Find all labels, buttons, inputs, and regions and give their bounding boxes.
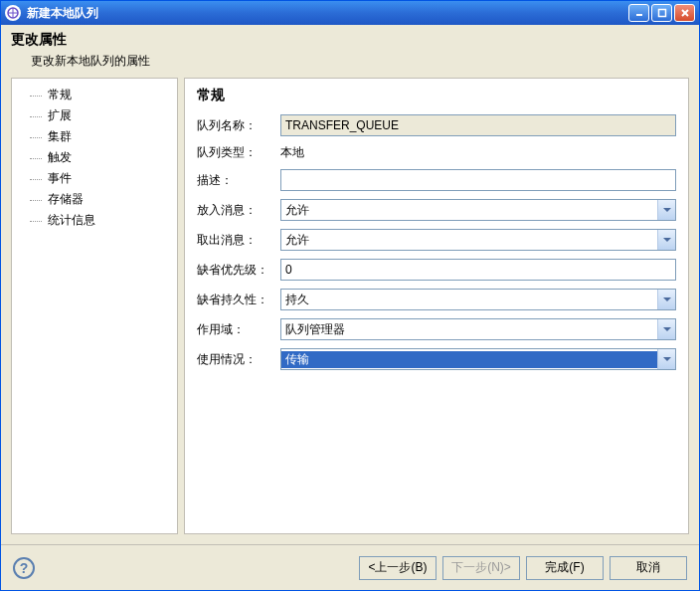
help-icon[interactable]: ?: [13, 557, 35, 579]
section-title: 常规: [197, 87, 676, 104]
label-get-messages: 取出消息：: [197, 232, 280, 249]
queue-name-field: [280, 114, 676, 136]
label-queue-type: 队列类型：: [197, 144, 280, 161]
get-messages-combo[interactable]: 允许: [280, 229, 676, 251]
label-usage: 使用情况：: [197, 351, 280, 368]
chevron-down-icon: [657, 319, 675, 339]
svg-rect-4: [658, 10, 665, 17]
dialog-window: 新建本地队列 更改属性 更改新本地队列的属性 常规扩展集群触发事件存储器统计信息…: [0, 0, 700, 591]
maximize-button[interactable]: [651, 4, 672, 22]
minimize-button[interactable]: [628, 4, 649, 22]
default-persistence-combo[interactable]: 持久: [280, 289, 676, 310]
close-button[interactable]: [674, 4, 695, 22]
label-put-messages: 放入消息：: [197, 202, 280, 219]
get-messages-value: 允许: [281, 232, 657, 249]
svg-marker-10: [663, 327, 671, 331]
label-scope: 作用域：: [197, 321, 280, 338]
label-queue-name: 队列名称：: [197, 117, 280, 134]
label-default-priority: 缺省优先级：: [197, 262, 280, 279]
titlebar: 新建本地队列: [1, 1, 699, 25]
window-controls: [628, 4, 695, 22]
page-subtitle: 更改新本地队列的属性: [31, 53, 689, 70]
usage-value: 传输: [281, 351, 657, 368]
category-tree: 常规扩展集群触发事件存储器统计信息: [11, 78, 178, 534]
description-field[interactable]: [280, 169, 676, 191]
usage-combo[interactable]: 传输: [280, 348, 676, 370]
queue-type-value: 本地: [280, 145, 304, 159]
finish-button[interactable]: 完成(F): [526, 556, 604, 580]
scope-combo[interactable]: 队列管理器: [280, 318, 676, 340]
window-title: 新建本地队列: [27, 5, 628, 22]
label-description: 描述：: [197, 172, 280, 189]
wizard-footer: ? <上一步(B) 下一步(N)> 完成(F) 取消: [1, 544, 699, 590]
sidebar-item[interactable]: 统计信息: [12, 210, 177, 231]
next-button: 下一步(N)>: [442, 556, 520, 580]
sidebar-item[interactable]: 常规: [12, 85, 177, 105]
wizard-header: 更改属性 更改新本地队列的属性: [1, 25, 699, 78]
svg-marker-8: [663, 238, 671, 242]
label-default-persistence: 缺省持久性：: [197, 292, 280, 308]
put-messages-combo[interactable]: 允许: [280, 199, 676, 221]
chevron-down-icon: [657, 200, 675, 220]
cancel-button[interactable]: 取消: [610, 556, 687, 580]
chevron-down-icon: [657, 230, 675, 250]
put-messages-value: 允许: [281, 202, 657, 219]
chevron-down-icon: [657, 290, 675, 309]
sidebar-item[interactable]: 存储器: [12, 189, 177, 210]
sidebar-item[interactable]: 集群: [12, 126, 177, 147]
content-pane: 常规 队列名称： 队列类型： 本地 描述： 放入消息：: [184, 78, 689, 534]
default-persistence-value: 持久: [281, 292, 657, 308]
app-icon: [5, 5, 21, 21]
page-title: 更改属性: [11, 31, 689, 49]
chevron-down-icon: [657, 349, 675, 369]
scope-value: 队列管理器: [281, 321, 657, 338]
back-button[interactable]: <上一步(B): [359, 556, 437, 580]
svg-marker-7: [663, 208, 671, 212]
svg-marker-9: [663, 297, 671, 301]
sidebar-item[interactable]: 事件: [12, 168, 177, 189]
svg-marker-11: [663, 357, 671, 361]
sidebar-item[interactable]: 扩展: [12, 105, 177, 126]
sidebar-item[interactable]: 触发: [12, 147, 177, 168]
default-priority-field[interactable]: [280, 259, 676, 281]
